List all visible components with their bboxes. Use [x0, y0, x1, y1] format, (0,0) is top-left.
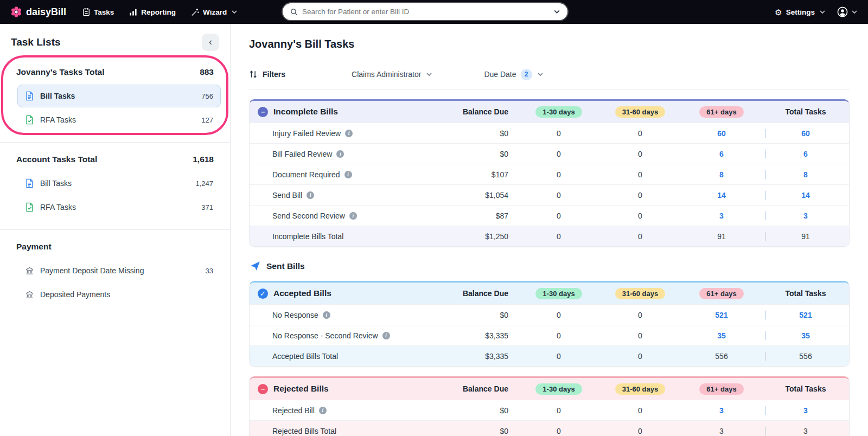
sidebar-divider: [0, 142, 230, 143]
column-header-pink-days: 61+ days: [681, 106, 762, 118]
sidebar-item-bill-tasks[interactable]: Bill Tasks756: [17, 85, 221, 107]
minus-circle-icon: −: [258, 107, 268, 117]
user-account-menu[interactable]: [837, 7, 857, 17]
info-icon[interactable]: i: [323, 311, 330, 319]
days-61-plus-link[interactable]: 6: [719, 150, 724, 158]
sidebar-divider: [0, 229, 230, 230]
info-icon[interactable]: i: [345, 130, 353, 137]
search-chevron-down-icon[interactable]: [554, 10, 560, 14]
info-icon[interactable]: i: [344, 171, 352, 178]
settings-menu[interactable]: ⚙ Settings: [775, 8, 825, 16]
balance-due-cell: $3,335: [442, 331, 518, 340]
due-date-filter-count-badge: 2: [521, 69, 532, 80]
info-icon[interactable]: i: [307, 191, 314, 199]
search-pill[interactable]: [283, 3, 567, 20]
filters-row: Filters Claims Administrator Due Date 2: [249, 66, 850, 83]
sidebar-item-label: RFA Tasks: [40, 203, 195, 211]
days-31-60-cell: 0: [599, 311, 681, 319]
column-header-pink-days: 61+ days: [681, 383, 762, 395]
claims-administrator-label: Claims Administrator: [352, 70, 421, 79]
total-tasks-cell: 521: [762, 311, 849, 319]
total-tasks-link[interactable]: 60: [801, 129, 810, 138]
row-label-cell: Document Requiredi: [250, 170, 442, 179]
table-title-cell: ✓Accepted Bills: [250, 288, 442, 299]
bank-icon: [25, 290, 34, 299]
days-1-30-cell: 0: [518, 331, 599, 340]
days-61-plus-cell: 14: [681, 191, 762, 200]
days-31-60-cell: 0: [599, 191, 681, 200]
table-row-rejected-bill: Rejected Billi$00033: [250, 400, 849, 420]
total-tasks-link[interactable]: 35: [801, 331, 810, 340]
total-tasks-link[interactable]: 8: [803, 170, 808, 179]
nav-reporting[interactable]: Reporting: [129, 8, 176, 16]
column-header-total-tasks: Total Tasks: [762, 289, 849, 298]
total-tasks-link[interactable]: 14: [801, 191, 810, 200]
table-row-send-bill: Send Billi$1,054001414: [250, 184, 849, 205]
total-row-label-cell: Rejected Bills Total: [250, 427, 442, 435]
days-31-60-cell: 0: [599, 211, 681, 220]
chevron-down-icon: [538, 73, 543, 76]
row-label-cell: No Responsei: [250, 311, 442, 319]
nav-tasks[interactable]: Tasks: [82, 8, 114, 16]
sidebar-collapse-button[interactable]: ‹: [202, 34, 219, 51]
row-label-cell: Send Second Reviewi: [250, 211, 442, 220]
days-61-plus-link[interactable]: 8: [719, 170, 724, 179]
sidebar-item-rfa-tasks[interactable]: RFA Tasks127: [17, 108, 221, 131]
days-61-plus-cell: 556: [681, 352, 762, 361]
info-icon[interactable]: i: [336, 150, 344, 158]
sidebar-item-payment-deposit-date-missing[interactable]: Payment Deposit Date Missing33: [17, 259, 221, 282]
days-1-30-cell: 0: [518, 211, 599, 220]
table-rejected-bills: −Rejected BillsBalance Due1-30 days31-60…: [249, 376, 850, 436]
days-61-plus-link[interactable]: 3: [719, 211, 724, 220]
total-tasks-link[interactable]: 3: [803, 406, 808, 415]
filters-button[interactable]: Filters: [249, 70, 285, 79]
search-input[interactable]: [302, 8, 548, 16]
days-range-pill: 31-60 days: [615, 383, 666, 395]
total-tasks-link[interactable]: 521: [799, 311, 812, 319]
days-61-plus-cell: 35: [681, 331, 762, 340]
days-1-30-cell: 0: [518, 427, 599, 435]
sidebar-item-label: Bill Tasks: [40, 179, 189, 188]
days-61-plus-link[interactable]: 521: [715, 311, 727, 319]
total-tasks-link[interactable]: 6: [803, 150, 808, 158]
total-tasks-cell: 8: [762, 170, 849, 179]
sent-bills-label: Sent Bills: [266, 261, 305, 271]
due-date-dropdown[interactable]: Due Date 2: [484, 69, 542, 80]
tasks-clipboard-icon: [82, 8, 90, 16]
primary-nav: Tasks Reporting Wizard: [82, 8, 237, 16]
column-header-balance-due: Balance Due: [442, 107, 518, 116]
info-icon[interactable]: i: [349, 212, 357, 220]
table-row-no-response: No Responsei$000521521: [250, 304, 849, 325]
days-61-plus-link[interactable]: 14: [717, 191, 726, 200]
days-61-plus-link[interactable]: 35: [717, 331, 726, 340]
balance-due-cell: $3,335: [442, 352, 518, 361]
days-61-plus-link[interactable]: 3: [719, 406, 724, 415]
table-row-bill-failed-review: Bill Failed Reviewi$00066: [250, 143, 849, 164]
days-1-30-cell: 0: [518, 150, 599, 158]
sidebar-item-rfa-tasks[interactable]: RFA Tasks371: [17, 196, 221, 219]
info-icon[interactable]: i: [382, 332, 390, 339]
column-header-balance-due: Balance Due: [442, 289, 518, 298]
main-content: Jovanny's Bill Tasks Filters Claims Admi…: [231, 24, 868, 436]
info-icon[interactable]: i: [319, 407, 327, 414]
days-61-plus-cell: 60: [681, 129, 762, 138]
days-range-pill: 1-30 days: [535, 383, 582, 395]
column-header-green-days: 1-30 days: [518, 288, 599, 299]
sidebar-item-deposited-payments[interactable]: Deposited Payments: [17, 283, 221, 306]
filter-sliders-icon: [249, 70, 258, 79]
days-31-60-cell: 0: [599, 331, 681, 340]
total-tasks-link[interactable]: 3: [803, 211, 808, 220]
sidebar-item-count: 33: [206, 267, 213, 275]
table-title-cell: −Incomplete Bills: [250, 107, 442, 117]
days-1-30-cell: 0: [518, 406, 599, 415]
daisybill-logo[interactable]: daisyBill: [11, 7, 66, 18]
total-tasks-cell: 35: [762, 331, 849, 340]
claims-administrator-dropdown[interactable]: Claims Administrator: [352, 70, 432, 79]
days-1-30-cell: 0: [518, 311, 599, 319]
sidebar-item-bill-tasks[interactable]: Bill Tasks1,247: [17, 172, 221, 195]
chevron-down-icon: [232, 10, 237, 14]
sidebar-item-count: 127: [201, 116, 213, 124]
days-61-plus-link[interactable]: 60: [717, 129, 726, 138]
days-61-plus-cell: 6: [681, 150, 762, 158]
nav-wizard[interactable]: Wizard: [191, 8, 237, 16]
